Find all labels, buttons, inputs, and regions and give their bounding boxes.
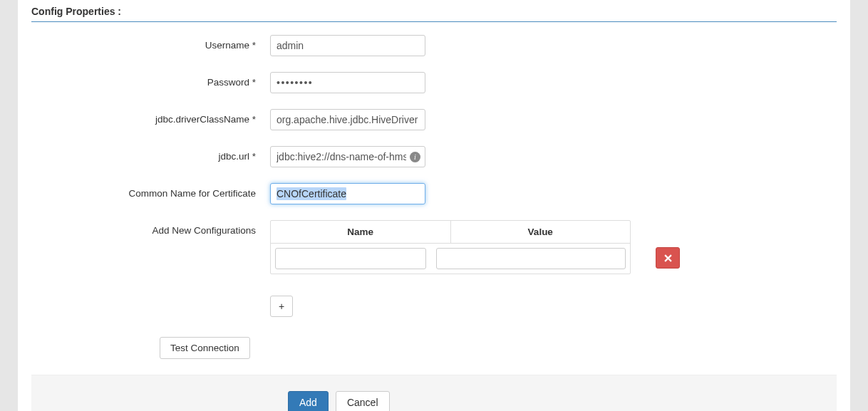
config-table: Name Value: [270, 220, 631, 274]
table-row: [271, 244, 630, 274]
label-driver: jdbc.driverClassName *: [31, 109, 270, 125]
section-divider: [31, 21, 837, 22]
label-url: jdbc.url *: [31, 146, 270, 162]
url-input[interactable]: [270, 146, 425, 167]
label-addcfg: Add New Configurations: [31, 220, 270, 236]
config-table-header: Name Value: [271, 221, 630, 244]
th-value: Value: [451, 221, 631, 244]
close-icon: [664, 254, 672, 262]
cn-input[interactable]: [270, 183, 425, 204]
password-input[interactable]: [270, 72, 425, 93]
plus-icon: +: [279, 301, 284, 312]
config-value-input[interactable]: [436, 248, 626, 269]
add-button[interactable]: Add: [288, 391, 329, 411]
row-username: Username *: [31, 35, 837, 56]
row-cn: Common Name for Certificate CNOfCertific…: [31, 183, 837, 204]
delete-row-button[interactable]: [656, 247, 680, 269]
label-cn: Common Name for Certificate: [31, 183, 270, 199]
label-username: Username *: [31, 35, 270, 51]
row-addcfg: Add New Configurations Name Value: [31, 220, 837, 317]
cancel-button[interactable]: Cancel: [336, 391, 390, 411]
config-name-input[interactable]: [275, 248, 426, 269]
footer: Add Cancel: [31, 375, 837, 411]
label-password: Password *: [31, 72, 270, 88]
row-url: jdbc.url * i: [31, 146, 837, 167]
test-connection-button[interactable]: Test Connection: [160, 337, 250, 359]
row-driver: jdbc.driverClassName *: [31, 109, 837, 130]
info-icon[interactable]: i: [410, 152, 420, 162]
username-input[interactable]: [270, 35, 425, 56]
add-row-button[interactable]: +: [270, 296, 293, 317]
section-title: Config Properties :: [31, 6, 837, 21]
th-name: Name: [271, 221, 451, 244]
driver-input[interactable]: [270, 109, 425, 130]
row-password: Password *: [31, 72, 837, 93]
